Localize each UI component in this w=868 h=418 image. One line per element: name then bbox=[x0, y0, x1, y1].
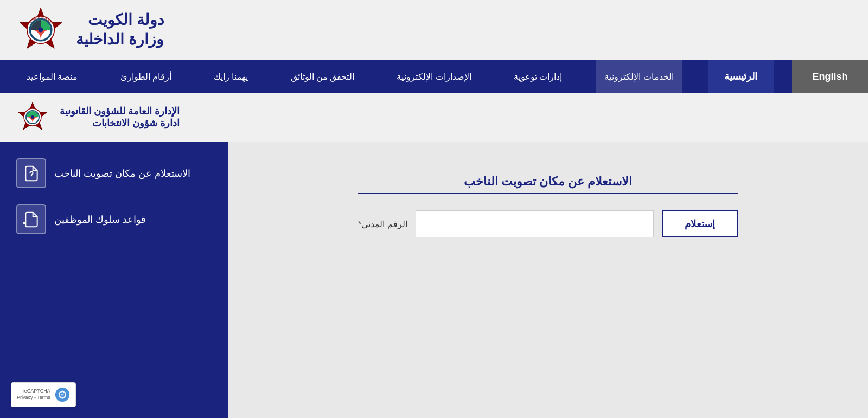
main-content: الاستعلام عن مكان تصويت الناخب الرقم الم… bbox=[0, 142, 868, 418]
nav-electronic-issuances[interactable]: الإصدارات الإلكترونية bbox=[388, 60, 479, 93]
svg-text:PDF: PDF bbox=[23, 221, 27, 226]
side-panel-item-conduct[interactable]: قواعد سلوك الموظفين PDF bbox=[16, 204, 212, 234]
side-panel: الاستعلام عن مكان تصويت الناخب قواعد سلو… bbox=[0, 142, 228, 418]
nav-awareness[interactable]: إدارات توعوية bbox=[506, 60, 570, 93]
header-right: دولة الكويت وزارة الداخلية bbox=[16, 5, 164, 54]
ministry-title: دولة الكويت وزارة الداخلية bbox=[76, 10, 164, 50]
side-panel-voter-label: الاستعلام عن مكان تصويت الناخب bbox=[54, 168, 190, 179]
form-title-container: الاستعلام عن مكان تصويت الناخب bbox=[358, 175, 738, 194]
police-badge: KUWAIT POLICE bbox=[16, 5, 65, 54]
sub-title-line1: الإدارة العامة للشؤون القانونية bbox=[60, 105, 180, 117]
nav-items: الرئيسية الخدمات الإلكترونية إدارات توعو… bbox=[0, 60, 792, 93]
english-button[interactable]: English bbox=[792, 60, 868, 93]
center-content: الاستعلام عن مكان تصويت الناخب الرقم الم… bbox=[228, 142, 868, 418]
ministry-title-line1: دولة الكويت bbox=[76, 10, 164, 30]
nav-electronic-services[interactable]: الخدمات الإلكترونية bbox=[596, 60, 681, 93]
nav-home[interactable]: الرئيسية bbox=[708, 60, 774, 93]
main-navbar: English الرئيسية الخدمات الإلكترونية إدا… bbox=[0, 60, 868, 93]
recaptcha-text: reCAPTCHA Privacy - Terms bbox=[17, 388, 50, 401]
civil-id-input[interactable] bbox=[416, 210, 654, 237]
document-question-icon bbox=[16, 158, 46, 188]
recaptcha-badge: reCAPTCHA Privacy - Terms bbox=[11, 382, 76, 407]
nav-verify-documents[interactable]: التحقق من الوثائق bbox=[283, 60, 363, 93]
submit-button[interactable]: إستعلام bbox=[662, 210, 738, 237]
page-header: دولة الكويت وزارة الداخلية bbox=[0, 0, 868, 60]
civil-id-row: الرقم المدني* إستعلام bbox=[358, 210, 738, 237]
nav-concerns[interactable]: يهمنا رايك bbox=[206, 60, 256, 93]
svg-point-10 bbox=[31, 115, 34, 119]
nav-emergency[interactable]: أرقام الطوارئ bbox=[112, 60, 180, 93]
side-panel-item-voter[interactable]: الاستعلام عن مكان تصويت الناخب bbox=[16, 158, 212, 188]
nav-appointments[interactable]: منصة المواعيد bbox=[18, 60, 86, 93]
ministry-title-line2: وزارة الداخلية bbox=[76, 30, 164, 49]
sub-title-line2: ادارة شؤون الانتخابات bbox=[60, 117, 180, 129]
document-pdf-icon: PDF bbox=[16, 204, 46, 234]
badge-svg: KUWAIT POLICE bbox=[16, 5, 65, 54]
form-title: الاستعلام عن مكان تصويت الناخب bbox=[464, 175, 632, 189]
sub-badge bbox=[16, 101, 49, 133]
form-section: الاستعلام عن مكان تصويت الناخب الرقم الم… bbox=[358, 175, 738, 248]
civil-id-label: الرقم المدني* bbox=[358, 219, 407, 229]
form-title-line bbox=[358, 193, 738, 194]
svg-point-4 bbox=[39, 28, 43, 33]
sub-header-title: الإدارة العامة للشؤون القانونية ادارة شؤ… bbox=[60, 105, 180, 129]
side-panel-conduct-label: قواعد سلوك الموظفين bbox=[54, 214, 146, 226]
recaptcha-logo-icon bbox=[55, 387, 70, 402]
sub-header: الإدارة العامة للشؤون القانونية ادارة شؤ… bbox=[0, 93, 868, 142]
